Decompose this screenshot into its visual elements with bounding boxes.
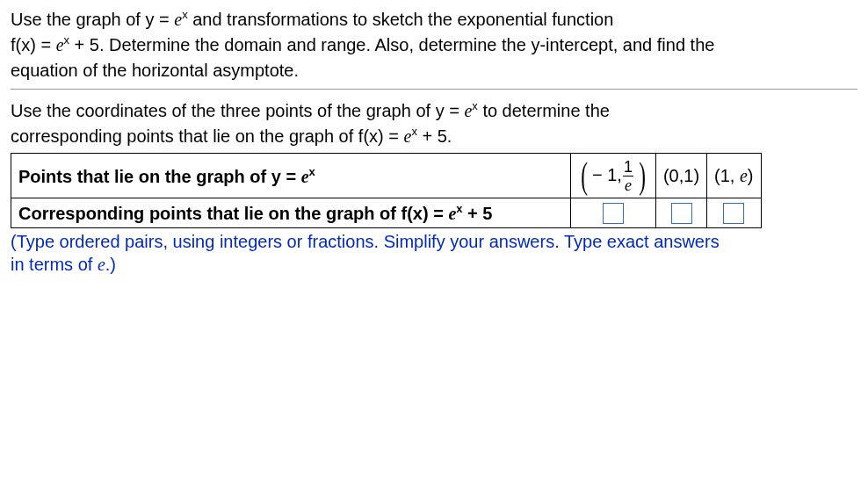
e: e xyxy=(740,166,748,185)
answer-input-2[interactable] xyxy=(671,203,692,224)
exp-x: x xyxy=(309,165,315,178)
divider xyxy=(11,89,857,90)
e: e xyxy=(174,10,182,29)
table-row: Corresponding points that lie on the gra… xyxy=(11,198,762,228)
text: ) xyxy=(748,166,754,185)
text: Corresponding points that lie on the gra… xyxy=(18,204,448,223)
point-cell-1: ( − 1,1e ) xyxy=(571,154,656,198)
text: + 5. xyxy=(417,126,452,146)
mid-line-2: corresponding points that lie on the gra… xyxy=(11,124,857,149)
text: (1, xyxy=(714,166,740,185)
answer-cell-1 xyxy=(571,198,656,228)
intro-line-1: Use the graph of y = ex and transformati… xyxy=(11,7,857,32)
text: + 5. Determine the domain and range. Als… xyxy=(69,35,714,54)
fraction: 1e xyxy=(622,159,634,193)
text: to determine the xyxy=(478,101,610,120)
right-paren-icon: ) xyxy=(639,157,646,194)
answer-input-3[interactable] xyxy=(723,203,744,224)
answer-cell-2 xyxy=(655,198,706,228)
text: Use the coordinates of the three points … xyxy=(11,101,464,120)
intro-line-2: f(x) = ex + 5. Determine the domain and … xyxy=(11,32,857,58)
text: and transformations to sketch the expone… xyxy=(188,10,614,29)
row2-label: Corresponding points that lie on the gra… xyxy=(11,198,571,228)
answer-cell-3 xyxy=(707,198,761,228)
text: f(x) = xyxy=(11,35,56,54)
e: e xyxy=(448,204,456,223)
numerator: 1 xyxy=(622,159,634,176)
text: Use the graph of y = xyxy=(11,10,174,29)
left-paren-icon: ( xyxy=(581,157,588,194)
text: − 1, xyxy=(592,164,622,184)
table-row: Points that lie on the graph of y = ex (… xyxy=(11,154,762,198)
row1-label: Points that lie on the graph of y = ex xyxy=(11,154,571,198)
point-cell-2: (0,1) xyxy=(655,154,706,198)
e: e xyxy=(301,166,309,185)
text: corresponding points that lie on the gra… xyxy=(11,126,404,146)
text: + 5 xyxy=(463,204,493,223)
point-cell-3: (1, e) xyxy=(707,154,761,198)
denominator: e xyxy=(623,176,633,193)
text: (0,1) xyxy=(663,166,699,185)
instruction-text: (Type ordered pairs, using integers or f… xyxy=(11,230,857,276)
exp-x: x xyxy=(456,202,462,215)
e: e xyxy=(56,35,64,54)
points-table: Points that lie on the graph of y = ex (… xyxy=(11,153,762,228)
mid-line-1: Use the coordinates of the three points … xyxy=(11,98,857,124)
text: equation of the horizontal asymptote. xyxy=(11,61,299,80)
text: Points that lie on the graph of y = xyxy=(18,166,301,185)
intro-line-3: equation of the horizontal asymptote. xyxy=(11,58,857,83)
e: e xyxy=(464,101,472,120)
answer-input-1[interactable] xyxy=(603,203,624,224)
